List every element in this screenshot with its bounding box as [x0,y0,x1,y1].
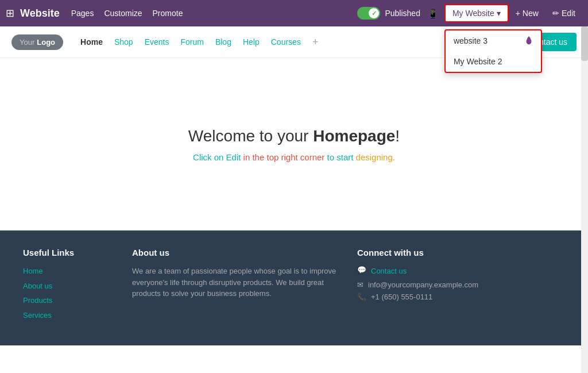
hero-section: Welcome to your Homepage! Click on Edit … [0,58,588,230]
chevron-down-icon: ▾ [497,9,501,18]
logo-your: Your [20,38,34,47]
my-website-label: My Website [452,9,494,18]
published-text: Published [385,9,420,18]
phone-icon: 📞 [357,293,366,301]
mobile-icon[interactable]: 📱 [427,8,439,19]
connect-email: ✉ info@yourcompany.example.com [357,280,565,289]
nav-courses[interactable]: Courses [271,37,301,47]
nav-home[interactable]: Home [80,37,103,47]
scrollbar-thumb[interactable] [581,26,588,61]
footer-link-home[interactable]: Home [23,266,115,277]
footer-connect: Connect with us 💬 Contact us ✉ info@your… [357,248,565,324]
contact-us-link[interactable]: Contact us [371,266,407,277]
about-us-text: We are a team of passionate people whose… [132,266,340,299]
footer-link-services[interactable]: Services [23,310,115,321]
subtitle-start: to start [327,152,354,162]
nav-help[interactable]: Help [243,37,260,47]
my-website-button[interactable]: My Website ▾ [444,4,509,22]
hero-title-bold: Homepage [313,127,395,145]
nav-blog[interactable]: Blog [215,37,231,47]
subtitle-click: Click on [193,152,223,162]
footer-grid: Useful Links Home About us Products Serv… [23,248,565,324]
published-toggle[interactable] [357,7,380,20]
footer-useful-links: Useful Links Home About us Products Serv… [23,248,115,324]
promote-nav-link[interactable]: Promote [153,9,183,18]
logo-text: Logo [37,38,55,47]
hero-title-normal: Welcome to your [188,127,313,145]
email-text: info@yourcompany.example.com [368,280,478,289]
about-us-heading: About us [132,248,340,257]
hero-title: Welcome to your Homepage! [188,127,400,145]
customize-nav-link[interactable]: Customize [104,9,142,18]
published-badge: Published [357,7,420,20]
site-title: Website [20,7,60,20]
footer-about-us: About us We are a team of passionate peo… [132,248,340,324]
toggle-knob [369,8,379,18]
hero-title-end: ! [395,127,400,145]
footer-link-products[interactable]: Products [23,295,115,306]
nav-events[interactable]: Events [145,37,169,47]
edit-button[interactable]: ✏ Edit [546,5,582,21]
odoo-icon [525,36,533,45]
website-dropdown: website 3 My Website 2 [444,29,542,73]
pages-nav-link[interactable]: Pages [71,9,94,18]
dropdown-item-label: website 3 [454,36,488,45]
admin-bar: ⊞ Website Pages Customize Promote Publis… [0,0,588,26]
subtitle-edit: Edit [226,152,241,162]
connect-phone: 📞 +1 (650) 555-0111 [357,293,565,301]
my-website-wrapper: My Website ▾ website 3 My Website 2 [444,4,509,22]
edit-label: Edit [562,9,575,18]
dropdown-item-website3[interactable]: website 3 [446,30,541,51]
admin-nav: Pages Customize Promote [71,9,358,18]
subtitle-topright: in the top right corner [243,152,325,162]
scrollbar[interactable] [581,26,588,373]
connect-heading: Connect with us [357,248,565,257]
site-navigation: Home Shop Events Forum Blog Help Courses… [80,36,463,48]
new-label: + New [516,9,539,18]
add-nav-item-icon[interactable]: + [312,36,319,48]
new-button[interactable]: + New [509,5,546,21]
hero-subtitle: Click on Edit in the top right corner to… [193,152,395,162]
nav-shop[interactable]: Shop [114,37,133,47]
phone-text: +1 (650) 555-0111 [371,293,432,301]
nav-forum[interactable]: Forum [180,37,203,47]
chat-icon: 💬 [357,266,366,274]
connect-contact-us: 💬 Contact us [357,266,565,277]
footer-link-about[interactable]: About us [23,280,115,292]
useful-links-heading: Useful Links [23,248,115,257]
subtitle-designing: designing. [356,152,395,162]
pencil-icon: ✏ [552,9,559,18]
footer: Useful Links Home About us Products Serv… [0,230,588,345]
dropdown-item-label: My Website 2 [454,57,502,66]
svg-marker-1 [527,36,531,39]
email-icon: ✉ [357,280,363,289]
svg-point-0 [526,39,531,45]
dropdown-item-mywebsite2[interactable]: My Website 2 [446,51,541,72]
logo[interactable]: Your Logo [11,34,63,50]
grid-icon[interactable]: ⊞ [6,7,14,20]
